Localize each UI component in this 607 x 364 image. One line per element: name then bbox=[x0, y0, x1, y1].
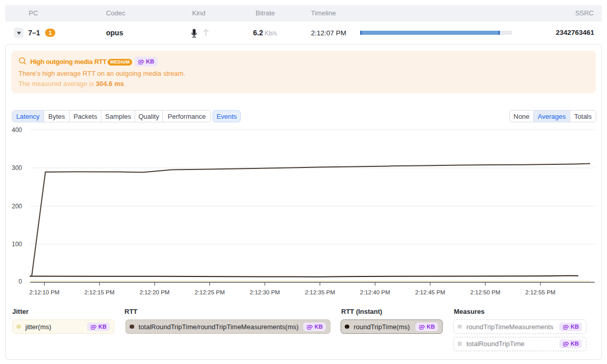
svg-text:2:12:40 PM: 2:12:40 PM bbox=[360, 289, 390, 295]
svg-text:0: 0 bbox=[18, 278, 22, 285]
svg-text:2:12:10 PM: 2:12:10 PM bbox=[29, 289, 59, 295]
svg-text:100: 100 bbox=[12, 241, 22, 248]
svg-text:2:12:30 PM: 2:12:30 PM bbox=[250, 289, 280, 295]
svg-text:400: 400 bbox=[12, 126, 22, 134]
svg-text:2:12:25 PM: 2:12:25 PM bbox=[195, 289, 225, 295]
svg-text:300: 300 bbox=[12, 164, 22, 172]
svg-text:2:12:35 PM: 2:12:35 PM bbox=[305, 289, 335, 295]
svg-text:2:12:15 PM: 2:12:15 PM bbox=[85, 289, 115, 295]
svg-text:2:12:55 PM: 2:12:55 PM bbox=[526, 289, 556, 295]
svg-text:200: 200 bbox=[12, 203, 22, 210]
svg-text:2:12:45 PM: 2:12:45 PM bbox=[415, 289, 445, 295]
svg-text:2:12:20 PM: 2:12:20 PM bbox=[139, 289, 170, 295]
svg-text:2:12:50 PM: 2:12:50 PM bbox=[470, 289, 500, 295]
